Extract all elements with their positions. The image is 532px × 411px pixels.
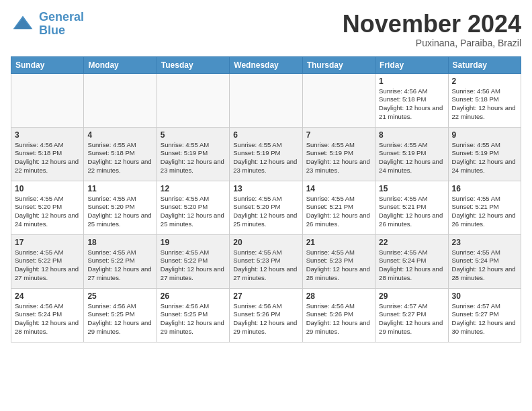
day-number: 24 [15, 291, 80, 301]
day-number: 28 [306, 291, 371, 301]
day-info: Sunrise: 4:57 AM Sunset: 5:27 PM Dayligh… [379, 302, 444, 336]
day-info: Sunrise: 4:55 AM Sunset: 5:22 PM Dayligh… [15, 248, 80, 283]
calendar-cell: 25Sunrise: 4:56 AM Sunset: 5:25 PM Dayli… [84, 288, 157, 342]
day-info: Sunrise: 4:55 AM Sunset: 5:23 PM Dayligh… [306, 248, 371, 283]
day-number: 4 [87, 130, 152, 140]
day-number: 5 [161, 130, 226, 140]
day-info: Sunrise: 4:55 AM Sunset: 5:18 PM Dayligh… [87, 141, 152, 175]
calendar-cell: 14Sunrise: 4:55 AM Sunset: 5:21 PM Dayli… [302, 181, 375, 234]
calendar-cell [230, 73, 302, 127]
calendar-week-row: 3Sunrise: 4:56 AM Sunset: 5:18 PM Daylig… [11, 127, 521, 181]
calendar-cell: 10Sunrise: 4:55 AM Sunset: 5:20 PM Dayli… [11, 181, 84, 234]
day-info: Sunrise: 4:55 AM Sunset: 5:20 PM Dayligh… [233, 195, 298, 229]
calendar-cell: 21Sunrise: 4:55 AM Sunset: 5:23 PM Dayli… [302, 234, 375, 288]
calendar-cell: 15Sunrise: 4:55 AM Sunset: 5:21 PM Dayli… [375, 181, 448, 234]
weekday-header: Friday [375, 56, 448, 73]
calendar-week-row: 17Sunrise: 4:55 AM Sunset: 5:22 PM Dayli… [11, 234, 521, 288]
calendar-cell: 2Sunrise: 4:56 AM Sunset: 5:18 PM Daylig… [448, 73, 521, 127]
day-info: Sunrise: 4:55 AM Sunset: 5:24 PM Dayligh… [379, 248, 444, 283]
day-number: 21 [306, 238, 371, 247]
day-number: 17 [15, 238, 80, 247]
day-number: 2 [452, 77, 517, 86]
day-number: 20 [233, 238, 298, 247]
day-info: Sunrise: 4:55 AM Sunset: 5:21 PM Dayligh… [306, 195, 371, 229]
day-number: 8 [379, 130, 444, 140]
calendar-cell: 12Sunrise: 4:55 AM Sunset: 5:20 PM Dayli… [157, 181, 229, 234]
calendar-cell: 28Sunrise: 4:56 AM Sunset: 5:26 PM Dayli… [302, 288, 375, 342]
weekday-header: Sunday [11, 56, 84, 73]
day-info: Sunrise: 4:56 AM Sunset: 5:25 PM Dayligh… [87, 302, 152, 336]
day-info: Sunrise: 4:55 AM Sunset: 5:21 PM Dayligh… [452, 195, 517, 229]
calendar-cell: 27Sunrise: 4:56 AM Sunset: 5:26 PM Dayli… [230, 288, 302, 342]
calendar-cell: 3Sunrise: 4:56 AM Sunset: 5:18 PM Daylig… [11, 127, 84, 181]
day-info: Sunrise: 4:57 AM Sunset: 5:27 PM Dayligh… [452, 302, 517, 336]
day-info: Sunrise: 4:55 AM Sunset: 5:19 PM Dayligh… [233, 141, 298, 175]
weekday-header: Saturday [448, 56, 521, 73]
calendar-cell [157, 73, 229, 127]
calendar-cell [84, 73, 157, 127]
day-number: 27 [233, 291, 298, 301]
day-info: Sunrise: 4:56 AM Sunset: 5:18 PM Dayligh… [452, 87, 517, 122]
day-number: 12 [161, 184, 226, 193]
calendar-cell: 13Sunrise: 4:55 AM Sunset: 5:20 PM Dayli… [230, 181, 302, 234]
day-number: 22 [379, 238, 444, 247]
calendar-cell: 17Sunrise: 4:55 AM Sunset: 5:22 PM Dayli… [11, 234, 84, 288]
day-number: 13 [233, 184, 298, 193]
calendar-cell [11, 73, 84, 127]
calendar-cell: 4Sunrise: 4:55 AM Sunset: 5:18 PM Daylig… [84, 127, 157, 181]
day-info: Sunrise: 4:55 AM Sunset: 5:20 PM Dayligh… [161, 195, 226, 229]
day-info: Sunrise: 4:56 AM Sunset: 5:26 PM Dayligh… [233, 302, 298, 336]
day-info: Sunrise: 4:56 AM Sunset: 5:24 PM Dayligh… [15, 302, 80, 336]
day-info: Sunrise: 4:55 AM Sunset: 5:21 PM Dayligh… [379, 195, 444, 229]
calendar-week-row: 24Sunrise: 4:56 AM Sunset: 5:24 PM Dayli… [11, 288, 521, 342]
calendar-cell: 29Sunrise: 4:57 AM Sunset: 5:27 PM Dayli… [375, 288, 448, 342]
day-number: 25 [87, 291, 152, 301]
title-block: November 2024 Puxinana, Paraiba, Brazil [343, 11, 521, 48]
calendar-week-row: 1Sunrise: 4:56 AM Sunset: 5:18 PM Daylig… [11, 73, 521, 127]
day-info: Sunrise: 4:56 AM Sunset: 5:25 PM Dayligh… [161, 302, 226, 336]
day-info: Sunrise: 4:55 AM Sunset: 5:22 PM Dayligh… [87, 248, 152, 283]
calendar-cell: 9Sunrise: 4:55 AM Sunset: 5:19 PM Daylig… [448, 127, 521, 181]
day-number: 7 [306, 130, 371, 140]
day-number: 18 [87, 238, 152, 247]
day-info: Sunrise: 4:55 AM Sunset: 5:20 PM Dayligh… [87, 195, 152, 229]
day-number: 30 [452, 291, 517, 301]
logo: General Blue [11, 11, 84, 38]
logo-icon [11, 12, 35, 36]
calendar-cell: 26Sunrise: 4:56 AM Sunset: 5:25 PM Dayli… [157, 288, 229, 342]
weekday-header: Tuesday [157, 56, 229, 73]
calendar-header-row: SundayMondayTuesdayWednesdayThursdayFrid… [11, 56, 521, 73]
day-number: 14 [306, 184, 371, 193]
day-info: Sunrise: 4:56 AM Sunset: 5:18 PM Dayligh… [379, 87, 444, 122]
day-number: 10 [15, 184, 80, 193]
page-header: General Blue November 2024 Puxinana, Par… [11, 11, 521, 48]
day-info: Sunrise: 4:55 AM Sunset: 5:19 PM Dayligh… [306, 141, 371, 175]
day-number: 3 [15, 130, 80, 140]
day-number: 19 [161, 238, 226, 247]
day-info: Sunrise: 4:56 AM Sunset: 5:18 PM Dayligh… [15, 141, 80, 175]
day-number: 9 [452, 130, 517, 140]
calendar-cell [302, 73, 375, 127]
day-info: Sunrise: 4:55 AM Sunset: 5:20 PM Dayligh… [15, 195, 80, 229]
day-number: 29 [379, 291, 444, 301]
calendar-cell: 30Sunrise: 4:57 AM Sunset: 5:27 PM Dayli… [448, 288, 521, 342]
calendar-cell: 18Sunrise: 4:55 AM Sunset: 5:22 PM Dayli… [84, 234, 157, 288]
calendar-cell: 8Sunrise: 4:55 AM Sunset: 5:19 PM Daylig… [375, 127, 448, 181]
month-title: November 2024 [343, 11, 521, 38]
day-info: Sunrise: 4:55 AM Sunset: 5:24 PM Dayligh… [452, 248, 517, 283]
day-info: Sunrise: 4:55 AM Sunset: 5:19 PM Dayligh… [161, 141, 226, 175]
day-info: Sunrise: 4:55 AM Sunset: 5:19 PM Dayligh… [379, 141, 444, 175]
calendar-week-row: 10Sunrise: 4:55 AM Sunset: 5:20 PM Dayli… [11, 181, 521, 234]
calendar-cell: 22Sunrise: 4:55 AM Sunset: 5:24 PM Dayli… [375, 234, 448, 288]
calendar: SundayMondayTuesdayWednesdayThursdayFrid… [11, 56, 521, 342]
calendar-cell: 11Sunrise: 4:55 AM Sunset: 5:20 PM Dayli… [84, 181, 157, 234]
calendar-cell: 19Sunrise: 4:55 AM Sunset: 5:22 PM Dayli… [157, 234, 229, 288]
day-number: 11 [87, 184, 152, 193]
calendar-cell: 7Sunrise: 4:55 AM Sunset: 5:19 PM Daylig… [302, 127, 375, 181]
day-info: Sunrise: 4:55 AM Sunset: 5:22 PM Dayligh… [161, 248, 226, 283]
weekday-header: Thursday [302, 56, 375, 73]
logo-text: General Blue [39, 11, 84, 38]
day-number: 15 [379, 184, 444, 193]
day-number: 26 [161, 291, 226, 301]
day-number: 23 [452, 238, 517, 247]
